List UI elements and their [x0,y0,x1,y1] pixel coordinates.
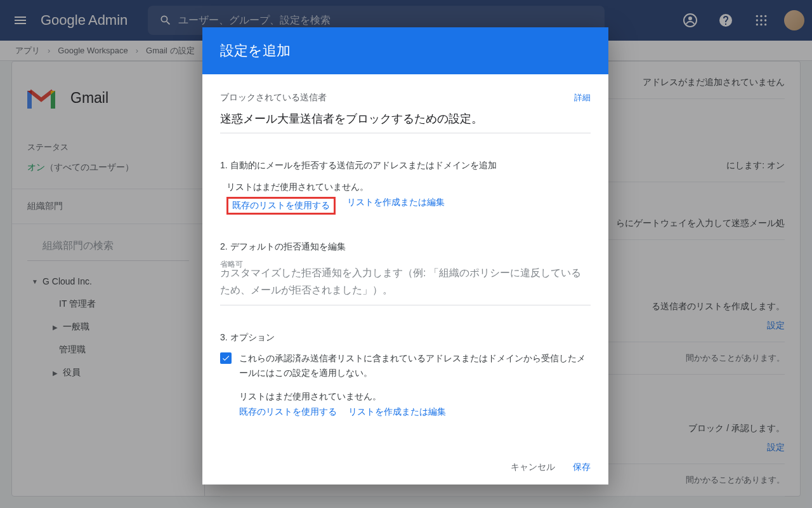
add-setting-modal: 設定を追加 ブロックされている送信者 詳細 迷惑メール大量送信者をブロックするた… [202,27,608,485]
create-edit-list-link[interactable]: リストを作成または編集 [348,406,446,418]
checkbox-checked-icon[interactable] [220,352,232,364]
link-row: 既存のリストを使用する リストを作成または編集 [226,197,591,215]
cancel-button[interactable]: キャンセル [511,462,555,473]
modal-body: ブロックされている送信者 詳細 迷惑メール大量送信者をブロックするための設定。 … [202,74,608,450]
no-list-text: リストはまだ使用されていません。 [239,391,591,403]
section-3-label: 3. オプション [220,332,591,344]
section-2-label: 2. デフォルトの拒否通知を編集 [220,241,591,253]
highlight-box: 既存のリストを使用する [226,197,336,215]
checkbox-label: これらの承認済み送信者リストに含まれているアドレスまたはドメインから受信したメー… [239,351,591,380]
optional-label: 省略可 [220,259,243,270]
modal-subhead: ブロックされている送信者 [220,92,327,104]
modal-description: 迷惑メール大量送信者をブロックするための設定。 [220,111,591,133]
create-edit-list-link[interactable]: リストを作成または編集 [347,197,445,215]
use-existing-list-link[interactable]: 既存のリストを使用する [239,406,337,418]
link-row: 既存のリストを使用する リストを作成または編集 [239,406,591,418]
no-list-text: リストはまだ使用されていません。 [226,182,591,193]
section-1-label: 1. 自動的にメールを拒否する送信元のアドレスまたはドメインを追加 [220,160,591,171]
modal-title: 設定を追加 [202,27,608,74]
details-link[interactable]: 詳細 [574,92,591,104]
modal-subhead-row: ブロックされている送信者 詳細 [220,92,591,104]
section-1: 1. 自動的にメールを拒否する送信元のアドレスまたはドメインを追加 リストはまだ… [220,160,591,215]
modal-footer: キャンセル 保存 [202,450,608,485]
checkbox-row[interactable]: これらの承認済み送信者リストに含まれているアドレスまたはドメインから受信したメー… [220,351,591,380]
section-2: 2. デフォルトの拒否通知を編集 省略可 カスタマイズした拒否通知を入力します（… [220,241,591,305]
section-3: 3. オプション これらの承認済み送信者リストに含まれているアドレスまたはドメイ… [220,332,591,418]
save-button[interactable]: 保存 [573,462,591,473]
placeholder-text: カスタマイズした拒否通知を入力します（例: 「組織のポリシーに違反しているため、… [220,264,591,298]
rejection-notice-input[interactable]: 省略可 カスタマイズした拒否通知を入力します（例: 「組織のポリシーに違反してい… [220,260,591,305]
use-existing-list-link[interactable]: 既存のリストを使用する [232,200,330,210]
